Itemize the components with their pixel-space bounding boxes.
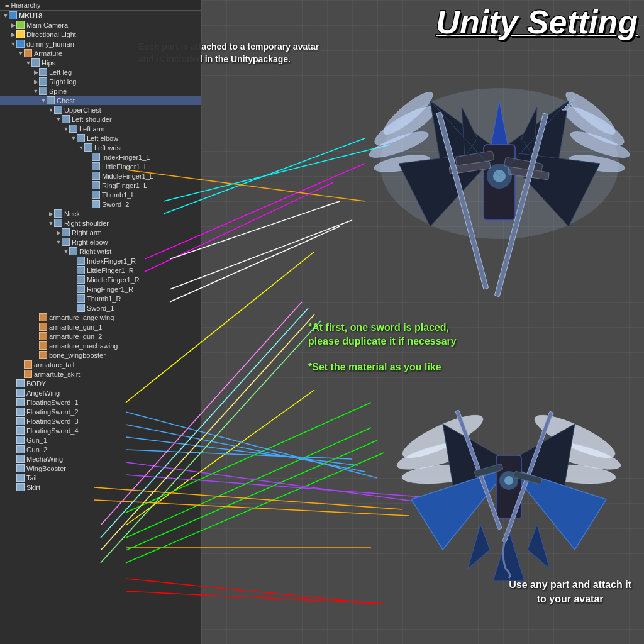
tree-item-right_elbow[interactable]: ▼Right elbow [0,237,201,247]
tree-arrow-middle_finger1_l[interactable] [86,173,92,179]
tree-arrow-little_finger1_l[interactable] [86,164,92,170]
tree-item-bone_wingbooster[interactable]: bone_wingbooster [0,350,201,360]
tree-arrow-body[interactable] [10,380,16,387]
tree-arrow-neck[interactable]: ▶ [48,211,54,217]
tree-item-mechawing[interactable]: MechaWing [0,454,201,464]
tree-item-middle_finger1_r[interactable]: MiddleFinger1_R [0,275,201,284]
tree-arrow-mechawing[interactable] [10,456,16,462]
tree-arrow-wingbooster[interactable] [10,465,16,472]
tree-arrow-angelwing[interactable] [10,390,16,396]
tree-arrow-upper_chest[interactable]: ▼ [48,107,54,113]
tree-arrow-floating_sword_4[interactable] [10,428,16,434]
tree-arrow-armarture_mechawing[interactable] [33,343,39,349]
tree-arrow-sword_2[interactable] [86,201,92,208]
tree-item-wingbooster[interactable]: WingBooster [0,464,201,473]
tree-item-angelwing[interactable]: AngelWing [0,388,201,397]
tree-arrow-skirt[interactable] [10,484,16,491]
tree-item-gun_2[interactable]: Gun_2 [0,445,201,454]
tree-arrow-armarture_gun_1[interactable] [33,324,39,330]
tree-item-armarture_gun_2[interactable]: armarture_gun_2 [0,331,201,341]
tree-arrow-armature_tail[interactable] [18,362,24,368]
tree-arrow-mku18[interactable]: ▼ [3,13,9,19]
tree-item-armature_tail[interactable]: armature_tail [0,360,201,369]
tree-arrow-left_leg[interactable]: ▶ [33,69,39,75]
tree-arrow-left_arm[interactable]: ▼ [63,126,69,132]
tree-item-main_camera[interactable]: ▶Main Camera [0,20,201,30]
tree-arrow-armarture_angelwing[interactable] [33,314,39,321]
tree-arrow-thumb1_l[interactable] [86,192,92,198]
tree-arrow-thumb1_r[interactable] [70,296,77,302]
tree-item-left_shoulder[interactable]: ▼Left shoulder [0,114,201,124]
tree-arrow-hips[interactable]: ▼ [25,60,31,66]
tree-item-floating_sword_2[interactable]: FloatingSword_2 [0,407,201,416]
tree-arrow-left_wrist[interactable]: ▼ [78,145,84,151]
tree-arrow-right_arm[interactable]: ▶ [55,230,62,236]
tree-item-right_arm[interactable]: ▶Right arm [0,228,201,237]
tree-arrow-right_elbow[interactable]: ▼ [55,239,62,245]
tree-arrow-left_shoulder[interactable]: ▼ [55,116,62,123]
tree-arrow-middle_finger1_r[interactable] [70,277,77,283]
tree-item-middle_finger1_l[interactable]: MiddleFinger1_L [0,171,201,180]
tree-item-index_finger1_r[interactable]: IndexFinger1_R [0,256,201,265]
tree-item-skirt[interactable]: Skirt [0,482,201,492]
tree-arrow-ring_finger1_r[interactable] [70,286,77,292]
tree-item-armature[interactable]: ▼Armature [0,48,201,58]
tree-item-mku18[interactable]: ▼MKU18 [0,11,201,20]
tree-item-armartute_skirt[interactable]: armartute_skirt [0,369,201,379]
tree-item-sword_2[interactable]: Sword_2 [0,199,201,209]
tree-item-gun_1[interactable]: Gun_1 [0,435,201,445]
tree-item-sword_1[interactable]: Sword_1 [0,303,201,313]
tree-arrow-directional_light[interactable]: ▶ [10,31,16,38]
tree-arrow-right_leg[interactable]: ▶ [33,79,39,85]
tree-arrow-floating_sword_2[interactable] [10,409,16,415]
tree-arrow-gun_1[interactable] [10,437,16,443]
tree-item-left_arm[interactable]: ▼Left arm [0,124,201,133]
tree-arrow-dummy_human[interactable]: ▼ [10,41,16,47]
tree-arrow-bone_wingbooster[interactable] [33,352,39,358]
tree-item-floating_sword_4[interactable]: FloatingSword_4 [0,426,201,435]
tree-item-chest[interactable]: ▼Chest [0,96,201,105]
tree-arrow-index_finger1_l[interactable] [86,154,92,160]
tree-arrow-tail[interactable] [10,475,16,481]
tree-arrow-armartute_skirt[interactable] [18,371,24,377]
tree-arrow-ring_finger1_l[interactable] [86,182,92,189]
tree-item-floating_sword_1[interactable]: FloatingSword_1 [0,397,201,407]
tree-arrow-floating_sword_1[interactable] [10,399,16,406]
tree-item-armarture_gun_1[interactable]: armarture_gun_1 [0,322,201,331]
tree-item-neck[interactable]: ▶Neck [0,209,201,218]
tree-arrow-left_elbow[interactable]: ▼ [70,135,77,142]
tree-arrow-spine[interactable]: ▼ [33,88,39,94]
tree-arrow-chest[interactable]: ▼ [40,97,47,104]
tree-arrow-right_shoulder[interactable]: ▼ [48,220,54,226]
tree-item-body[interactable]: BODY [0,379,201,388]
tree-item-little_finger1_r[interactable]: LittleFinger1_R [0,265,201,275]
tree-item-left_elbow[interactable]: ▼Left elbow [0,133,201,143]
tree-item-directional_light[interactable]: ▶Directional Light [0,30,201,39]
tree-item-ring_finger1_r[interactable]: RingFinger1_R [0,284,201,294]
tree-item-right_wrist[interactable]: ▼Right wrist [0,247,201,256]
tree-item-ring_finger1_l[interactable]: RingFinger1_L [0,180,201,190]
tree-item-upper_chest[interactable]: ▼UpperChest [0,105,201,114]
tree-item-armarture_angelwing[interactable]: armarture_angelwing [0,313,201,322]
tree-arrow-main_camera[interactable]: ▶ [10,22,16,28]
tree-item-left_wrist[interactable]: ▼Left wrist [0,143,201,152]
tree-arrow-index_finger1_r[interactable] [70,258,77,264]
tree-item-hips[interactable]: ▼Hips [0,58,201,67]
tree-item-index_finger1_l[interactable]: IndexFinger1_L [0,152,201,162]
tree-arrow-armature[interactable]: ▼ [18,50,24,57]
tree-item-right_shoulder[interactable]: ▼Right shoulder [0,218,201,228]
tree-item-armarture_mechawing[interactable]: armarture_mechawing [0,341,201,350]
tree-item-dummy_human[interactable]: ▼dummy_human [0,39,201,48]
tree-arrow-right_wrist[interactable]: ▼ [63,248,69,255]
tree-item-floating_sword_3[interactable]: FloatingSword_3 [0,416,201,426]
tree-item-tail[interactable]: Tail [0,473,201,482]
tree-arrow-little_finger1_r[interactable] [70,267,77,274]
tree-item-left_leg[interactable]: ▶Left leg [0,67,201,77]
tree-item-little_finger1_l[interactable]: LittleFinger1_L [0,162,201,171]
tree-arrow-gun_2[interactable] [10,447,16,453]
tree-item-right_leg[interactable]: ▶Right leg [0,77,201,86]
tree-arrow-sword_1[interactable] [70,305,77,311]
tree-arrow-armarture_gun_2[interactable] [33,333,39,340]
tree-item-thumb1_l[interactable]: Thumb1_L [0,190,201,199]
tree-item-spine[interactable]: ▼Spine [0,86,201,96]
